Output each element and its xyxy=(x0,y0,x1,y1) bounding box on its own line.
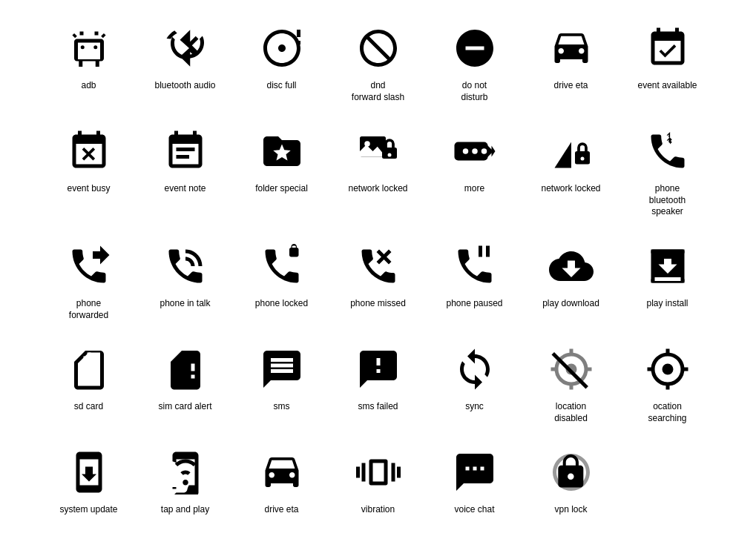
icon-item-play-install: play install xyxy=(619,233,716,328)
icon-item-sd-card: sd card xyxy=(41,336,137,431)
icon-item-adb: adb xyxy=(41,15,137,110)
location-disabled-label: locationdisabled xyxy=(554,401,588,424)
system-update-icon xyxy=(63,446,115,498)
event-available-label: event available xyxy=(637,80,697,92)
icon-item-more: more xyxy=(427,118,523,225)
phone-bluetooth-speaker-label: phonebluetoothspeaker xyxy=(649,183,686,218)
icon-item-event-note: event note xyxy=(137,118,234,225)
vpn-lock-label: vpn lock xyxy=(554,504,587,516)
svg-point-5 xyxy=(387,153,391,157)
more-icon xyxy=(449,125,501,177)
voice-chat-label: voice chat xyxy=(454,504,494,516)
tap-and-play-icon xyxy=(160,446,211,498)
icon-item-sim-card-alert: sim card alert xyxy=(137,336,234,431)
icon-item-network-locked-1: network locked xyxy=(330,118,427,225)
sms-label: sms xyxy=(274,401,290,413)
play-install-label: play install xyxy=(646,298,688,310)
icon-item-location-searching: ocationsearching xyxy=(619,336,716,431)
icon-item-voice-chat: voice chat xyxy=(427,439,523,523)
event-note-label: event note xyxy=(164,183,206,195)
network-locked-2-icon xyxy=(545,125,597,177)
play-download-icon xyxy=(545,240,597,292)
dnd-forward-slash-label: dndforward slash xyxy=(352,80,404,103)
vibration-label: vibration xyxy=(361,504,395,516)
icon-item-bluetooth-audio: bluetooth audio xyxy=(137,15,234,110)
tap-and-play-label: tap and play xyxy=(161,504,209,516)
icon-item-event-available: event available xyxy=(619,15,716,110)
icon-item-system-update: system update xyxy=(41,439,137,523)
icon-item-network-locked-2: network locked xyxy=(523,118,619,225)
event-busy-label: event busy xyxy=(67,183,110,195)
event-busy-icon xyxy=(63,125,115,177)
icon-item-phone-in-talk: phone in talk xyxy=(137,233,234,328)
location-disabled-icon xyxy=(545,343,597,395)
event-note-icon xyxy=(160,125,211,177)
phone-missed-icon xyxy=(352,240,404,292)
event-available-icon xyxy=(642,22,694,74)
svg-point-3 xyxy=(364,141,370,147)
icon-item-do-not-disturb: do notdisturb xyxy=(427,15,523,110)
folder-special-icon xyxy=(256,125,308,177)
dnd-forward-slash-icon xyxy=(352,22,404,74)
icon-item-disc-full: disc full xyxy=(234,15,330,110)
icon-item-tap-and-play: tap and play xyxy=(137,439,234,523)
bluetooth-audio-icon xyxy=(160,22,211,74)
phone-bluetooth-speaker-icon xyxy=(642,125,694,177)
adb-icon xyxy=(63,22,115,74)
vpn-lock-icon xyxy=(545,446,597,498)
icon-item-phone-forwarded: phoneforwarded xyxy=(41,233,137,328)
system-update-label: system update xyxy=(59,504,117,516)
network-locked-2-label: network locked xyxy=(541,183,600,195)
vibration-icon xyxy=(352,446,404,498)
disc-full-label: disc full xyxy=(266,80,296,92)
sync-label: sync xyxy=(465,401,484,413)
network-locked-1-icon xyxy=(352,125,404,177)
location-searching-label: ocationsearching xyxy=(648,401,686,424)
phone-forwarded-label: phoneforwarded xyxy=(69,298,108,321)
more-label: more xyxy=(464,183,484,195)
do-not-disturb-label: do notdisturb xyxy=(461,80,487,103)
icon-item-phone-paused: phone paused xyxy=(427,233,523,328)
drive-eta-2-icon xyxy=(256,446,308,498)
sd-card-icon xyxy=(63,343,115,395)
icon-item-vibration: vibration xyxy=(330,439,427,523)
play-download-label: play download xyxy=(542,298,599,310)
phone-missed-label: phone missed xyxy=(350,298,406,310)
svg-point-1 xyxy=(93,45,97,49)
svg-point-0 xyxy=(80,45,84,49)
icon-item-phone-locked: phone locked xyxy=(234,233,330,328)
play-install-icon xyxy=(642,240,694,292)
icon-item-phone-bluetooth-speaker: phonebluetoothspeaker xyxy=(619,118,716,225)
bluetooth-audio-label: bluetooth audio xyxy=(154,80,215,92)
icon-item-play-download: play download xyxy=(523,233,619,328)
drive-eta-2-label: drive eta xyxy=(264,504,298,516)
drive-eta-label: drive eta xyxy=(553,80,588,92)
sim-card-alert-label: sim card alert xyxy=(158,401,211,413)
sms-icon xyxy=(256,343,308,395)
icon-item-location-disabled: locationdisabled xyxy=(523,336,619,431)
icon-item-vpn-lock: vpn lock xyxy=(523,439,619,523)
icon-item-dnd-forward-slash: dndforward slash xyxy=(330,15,427,110)
voice-chat-icon xyxy=(449,446,501,498)
disc-full-icon xyxy=(256,22,308,74)
svg-point-9 xyxy=(481,148,487,154)
phone-locked-label: phone locked xyxy=(255,298,308,310)
sync-icon xyxy=(449,343,501,395)
sms-failed-icon xyxy=(352,343,404,395)
phone-in-talk-label: phone in talk xyxy=(160,298,210,310)
sim-card-alert-icon xyxy=(160,343,211,395)
phone-in-talk-icon xyxy=(160,240,211,292)
phone-locked-icon xyxy=(256,240,308,292)
svg-point-14 xyxy=(662,364,673,375)
icon-grid: adb bluetooth audio disc full dn xyxy=(41,15,716,523)
location-searching-icon xyxy=(642,343,694,395)
drive-eta-icon xyxy=(545,22,597,74)
sd-card-label: sd card xyxy=(74,401,103,413)
icon-item-drive-eta: drive eta xyxy=(523,15,619,110)
icon-item-sms-failed: sms failed xyxy=(330,336,427,431)
adb-label: adb xyxy=(81,80,96,92)
sms-failed-label: sms failed xyxy=(358,401,398,413)
svg-point-7 xyxy=(462,148,468,154)
phone-paused-icon xyxy=(449,240,501,292)
do-not-disturb-icon xyxy=(449,22,501,74)
